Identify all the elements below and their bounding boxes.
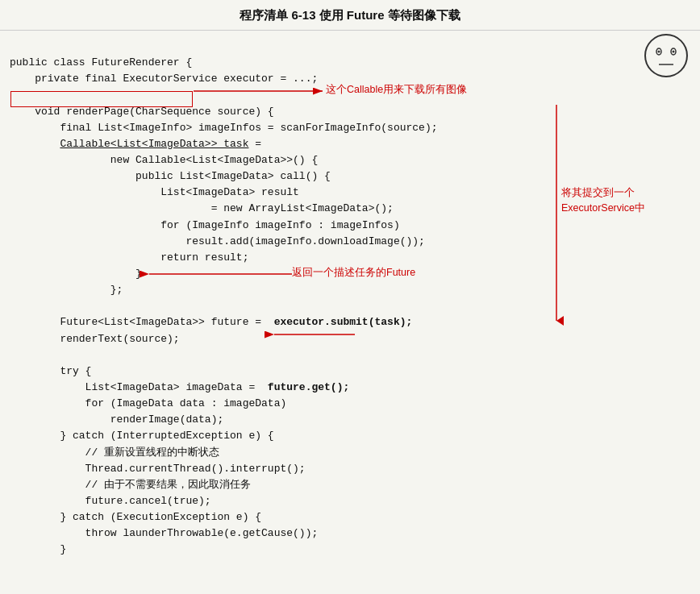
callable-annotation: 这个Callable用来下载所有图像 [326,83,467,97]
code-line-10: for (ImageInfo imageInfo : imageInfos) [10,219,400,231]
code-line-22: } catch (InterruptedException e) { [10,430,274,442]
code-line-27: } catch (ExecutionException e) { [10,511,261,523]
code-line-28: throw launderThrowable(e.getCause()); [10,527,318,539]
code-area: public class FutureRenderer { private fi… [0,31,700,583]
code-line-7: public List<ImageData> call() { [10,170,331,182]
code-line-18: try { [10,365,91,377]
code-line-21: renderImage(data); [10,413,223,426]
code-line-5: Callable<List<ImageData>> task = [10,138,261,150]
code-line-29: } [10,543,66,555]
code-line-23: // 重新设置线程的中断状态 [10,447,219,459]
code-line-6: new Callable<List<ImageData>>() { [10,154,318,166]
page-title: 程序清单 6-13 使用 Future 等待图像下载 [0,0,700,31]
code-line-17: renderText(source); [10,333,180,345]
page-container: 程序清单 6-13 使用 Future 等待图像下载 public class … [0,0,700,594]
code-line-20: for (ImageData data : imageData) [10,397,286,409]
code-line-14: }; [10,284,123,296]
return-future-annotation: 返回一个描述任务的Future [292,266,415,280]
code-line-25: // 由于不需要结果，因此取消任务 [10,479,251,491]
code-line-11: result.add(imageInfo.downloadImage()); [10,235,425,247]
code-line-13: } [10,268,142,280]
code-line-8: List<ImageData> result [10,186,299,198]
code-line-24: Thread.currentThread().interrupt(); [10,463,306,475]
code-line-19: List<ImageData> imageData = future.get()… [10,381,349,393]
executor-annotation: 将其提交到一个 ExecutorService中 [561,185,645,216]
code-line-4: final List<ImageInfo> imageInfos = scanF… [10,122,438,134]
code-line-1: public class FutureRenderer { [10,56,192,69]
code-line-12: return result; [10,251,248,264]
code-line-3: void renderPage(CharSequence source) { [10,106,274,118]
code-line-26: future.cancel(true); [10,495,211,507]
code-line-9: = new ArrayList<ImageData>(); [10,202,394,214]
code-line-16: Future<List<ImageData>> future = executo… [10,316,412,328]
code-line-2: private final ExecutorService executor =… [10,73,318,85]
